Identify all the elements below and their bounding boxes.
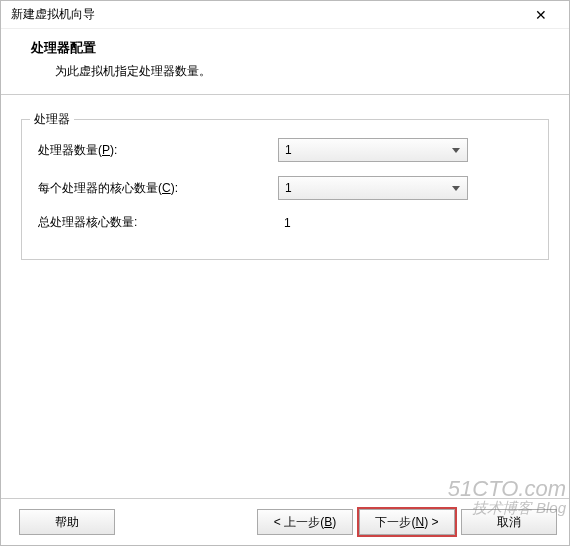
back-button[interactable]: < 上一步(B) (257, 509, 353, 535)
cores-per-processor-select[interactable]: 1 (278, 176, 468, 200)
titlebar: 新建虚拟机向导 ✕ (1, 1, 569, 29)
cancel-button[interactable]: 取消 (461, 509, 557, 535)
total-cores-value: 1 (278, 216, 291, 230)
content-area: 处理器 处理器数量(P): 1 每个处理器的核心数量(C): 1 (1, 95, 569, 498)
page-description: 为此虚拟机指定处理器数量。 (31, 63, 559, 80)
chevron-down-icon (451, 183, 461, 193)
close-button[interactable]: ✕ (521, 1, 561, 29)
help-button[interactable]: 帮助 (19, 509, 115, 535)
row-processor-count: 处理器数量(P): 1 (38, 138, 532, 162)
row-total-cores: 总处理器核心数量: 1 (38, 214, 532, 231)
wizard-dialog: 新建虚拟机向导 ✕ 处理器配置 为此虚拟机指定处理器数量。 处理器 处理器数量(… (0, 0, 570, 546)
page-title: 处理器配置 (31, 39, 559, 57)
next-button[interactable]: 下一步(N) > (359, 509, 455, 535)
chevron-down-icon (451, 145, 461, 155)
fieldset-legend: 处理器 (30, 111, 74, 128)
total-cores-label: 总处理器核心数量: (38, 214, 278, 231)
wizard-header: 处理器配置 为此虚拟机指定处理器数量。 (1, 29, 569, 95)
processor-count-label: 处理器数量(P): (38, 142, 278, 159)
row-cores-per-processor: 每个处理器的核心数量(C): 1 (38, 176, 532, 200)
processor-count-select[interactable]: 1 (278, 138, 468, 162)
cores-per-processor-value: 1 (285, 181, 451, 195)
window-title: 新建虚拟机向导 (11, 6, 521, 23)
close-icon: ✕ (535, 7, 547, 23)
processor-count-value: 1 (285, 143, 451, 157)
wizard-footer: 帮助 < 上一步(B) 下一步(N) > 取消 (1, 498, 569, 545)
processors-fieldset: 处理器 处理器数量(P): 1 每个处理器的核心数量(C): 1 (21, 119, 549, 260)
cores-per-processor-label: 每个处理器的核心数量(C): (38, 180, 278, 197)
